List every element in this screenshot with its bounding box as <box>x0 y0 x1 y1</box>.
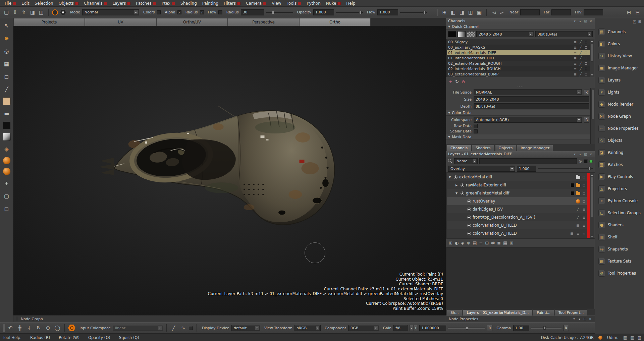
new-project-icon[interactable]: ▢ <box>3 9 10 16</box>
menu-item[interactable]: Layers <box>110 0 133 6</box>
close-icon[interactable]: × <box>589 153 593 156</box>
menu-item[interactable]: Painting <box>200 0 221 6</box>
patch-pair-icon[interactable]: ◨ <box>29 9 36 16</box>
menu-item[interactable]: Help <box>343 0 358 6</box>
flow-field[interactable]: 1.000 <box>377 9 398 15</box>
add-channel-icon[interactable]: + <box>449 79 452 84</box>
layer-row[interactable]: ▼ greenPaintedMetal diff ⊡ <box>447 189 587 197</box>
depth-field[interactable]: 8bit (Byte) <box>474 103 589 109</box>
sidebar-item[interactable]: ▦ Patches <box>596 159 643 171</box>
layer-stack-icon[interactable]: ≣ <box>582 216 586 219</box>
procedural-ball-icon[interactable] <box>576 199 580 204</box>
transform-tool[interactable]: ⊕ <box>2 34 11 43</box>
view-transform-select[interactable]: sRGB <box>294 325 321 331</box>
pin-icon[interactable]: ▴ <box>578 19 582 23</box>
colorspace-select[interactable]: Automatic (sRGB) <box>474 117 582 123</box>
far-field[interactable] <box>551 9 571 15</box>
gain-stop-field[interactable]: f/8 <box>393 325 408 331</box>
viewport-tab[interactable]: Ortho/UV <box>156 18 228 26</box>
group-folder-icon[interactable] <box>576 192 580 195</box>
sidebar-item[interactable]: ◇ Objects <box>596 134 643 147</box>
cache-box-icon[interactable]: ⊡ <box>584 51 588 55</box>
layer-tree-scrollbar[interactable] <box>590 173 594 238</box>
blank-slot-a[interactable]: ▢ <box>2 191 11 201</box>
projection-grid-icon[interactable]: ⊞ <box>441 9 448 16</box>
uv-pair-icon[interactable]: ◫ <box>38 9 45 16</box>
paint-brush-icon[interactable]: ╱ <box>578 51 583 55</box>
rollup-icon[interactable]: ▾ <box>572 317 576 321</box>
sidebar-item[interactable]: ⋈ Node Graph <box>596 110 643 122</box>
sidebar-item[interactable]: ◬ Projectors <box>596 183 643 195</box>
sidebar-item[interactable]: ▦ Image Manager <box>596 62 643 74</box>
shadow-toggle-icon[interactable]: ◫ <box>467 9 474 16</box>
export-icon[interactable]: ⇩ <box>11 9 19 16</box>
layer-row[interactable]: rustOverlay ⊡ <box>447 197 587 205</box>
background-color-swatch[interactable] <box>3 121 11 129</box>
sidebar-item[interactable]: ≣ Layers <box>596 74 643 86</box>
paint-brush-icon[interactable]: ╱ <box>578 56 583 60</box>
slider-handle[interactable] <box>588 167 591 170</box>
mask-data-section-header[interactable]: ▼ Mask Data <box>446 134 595 140</box>
gamma-slider[interactable] <box>531 326 561 330</box>
layer-row[interactable]: front/top_Descoloration_A_HSV ( ╱ ≣ <box>447 213 587 221</box>
menu-item[interactable]: Filters <box>221 0 243 6</box>
gradient-swatch[interactable] <box>3 133 11 141</box>
group-mask-thumbnail[interactable] <box>571 183 575 187</box>
palette-bottom-tab[interactable]: Sh... <box>447 309 462 316</box>
sidebar-item[interactable]: ▥ Shelf <box>596 231 643 243</box>
layer-stack-icon[interactable]: ≣ <box>573 46 578 49</box>
import-icon[interactable]: ⇧ <box>20 9 28 16</box>
opacity-slider[interactable] <box>336 10 363 15</box>
gradient-swatch[interactable] <box>458 31 466 37</box>
gain-minus-button[interactable]: - <box>410 325 413 331</box>
node-graph-bar[interactable]: Node Graph <box>13 316 446 322</box>
filter-active-indicator[interactable] <box>589 160 593 163</box>
uv-grid-tool[interactable]: ▦ <box>2 59 11 68</box>
cache-box-icon[interactable]: ⊡ <box>584 67 588 71</box>
flow-link-checkbox[interactable] <box>218 10 222 14</box>
cache-box-icon[interactable]: ⊡ <box>584 46 588 49</box>
sidebar-item[interactable]: ▩ Texture Sets <box>596 255 643 267</box>
remove-channel-icon[interactable]: ⊖ <box>462 79 465 84</box>
channel-list-scrollbar[interactable] <box>590 39 594 77</box>
channel-row[interactable]: 01_interiorMaterials_DIFF ≣ ╱ ⊡ <box>447 55 590 61</box>
group-folder-icon[interactable] <box>576 184 580 187</box>
cache-layer-icon[interactable]: ▦ <box>503 240 507 245</box>
cache-box-icon[interactable]: ⊡ <box>582 183 586 187</box>
resolution-select[interactable]: 2048 x 2048 <box>476 31 534 37</box>
orbit-icon[interactable]: ◯ <box>54 324 61 332</box>
menu-item[interactable]: Ptex <box>159 0 178 6</box>
duplicate-layer-icon[interactable]: ⊟ <box>485 240 489 245</box>
shader-sphere-a[interactable] <box>3 157 10 164</box>
close-icon[interactable]: × <box>588 317 592 321</box>
channels-palette-header[interactable]: Channels ▾▴◱× <box>446 18 595 24</box>
sidebar-item[interactable]: ◪ Painting <box>596 147 643 159</box>
foreground-color-swatch[interactable] <box>3 97 11 105</box>
scroll-up-arrow[interactable] <box>590 173 594 177</box>
size-field[interactable]: 2048 x 2048 <box>474 96 589 102</box>
menu-item[interactable]: Patches <box>133 0 159 6</box>
palette-bottom-tab[interactable]: Layers - 01_exteriorMaterials_D... <box>463 309 532 316</box>
shader-sphere-b[interactable] <box>3 168 10 175</box>
near-field[interactable] <box>520 9 540 15</box>
reset-button[interactable]: R <box>584 89 589 95</box>
palette-bottom-tab[interactable]: Painti... <box>533 309 554 316</box>
file-space-select[interactable]: NORMAL <box>474 89 582 95</box>
clear-search-icon[interactable]: ⊗ <box>579 159 582 164</box>
3d-viewport-canvas[interactable]: Current Tool: Paint (P)Current Object: k… <box>13 26 446 316</box>
node-properties-bar[interactable]: Node Properties ▾▴◱× <box>446 316 595 322</box>
layer-stack-icon[interactable]: ≣ <box>573 56 578 60</box>
raw-data-checkbox[interactable] <box>474 124 478 128</box>
layer-stack-icon[interactable]: ≣ <box>573 40 578 44</box>
add-group-icon[interactable]: ▤ <box>473 240 477 245</box>
layer-amount-slider[interactable] <box>538 166 593 171</box>
scrollbar-thumb[interactable] <box>591 43 593 62</box>
sidebar-item[interactable]: » Python Console <box>596 195 643 207</box>
sidebar-item[interactable]: ▶ Play Controls <box>596 171 643 183</box>
slider-handle[interactable] <box>543 326 546 330</box>
menu-item[interactable]: Objects <box>56 0 81 6</box>
close-icon[interactable]: × <box>589 19 593 23</box>
palette-tab[interactable]: Image Manager <box>517 145 553 151</box>
cache-box-icon[interactable]: ⊡ <box>582 175 586 179</box>
scroll-up-arrow[interactable] <box>590 39 594 43</box>
